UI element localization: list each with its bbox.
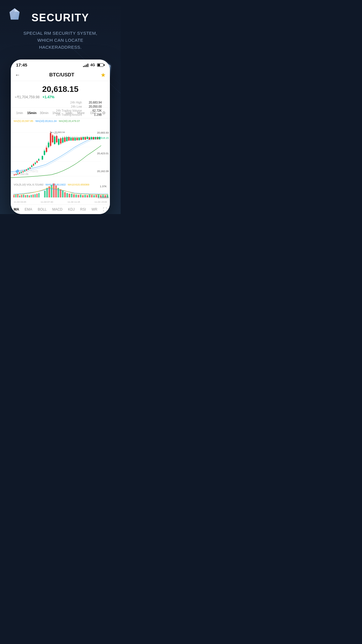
price-section: 20,618.15 ≈₹1,704,759.98 +1.47% 24h High… [11,81,110,107]
svg-rect-106 [13,195,15,197]
trading-pair-title: BTC/USDT [23,72,101,78]
svg-text:20,683.94: 20,683.94 [55,131,65,134]
svg-rect-64 [62,138,64,143]
price-label-current: 20,618.15 [97,136,109,139]
stat-low-label: 24h Low [71,105,82,108]
svg-rect-66 [64,137,66,142]
svg-rect-54 [52,135,53,142]
time-label-2: 11-04 07:30 [41,201,53,203]
svg-rect-94 [93,137,94,139]
tab-rsi[interactable]: RSI [80,207,86,211]
svg-rect-34 [31,165,32,167]
stat-high-row: 24h High 20,683.94 [56,101,102,104]
hero-section: SECURITY SPECIAL RM SECURITY SYSTEM, WHI… [0,0,121,214]
stat-volume-row: 24h Trading Volume 62.72K [56,109,102,112]
signal-bar-4 [87,64,88,67]
svg-rect-96 [95,137,96,139]
svg-rect-92 [91,137,92,139]
time-label-4: 11-04 15:00 [94,201,107,203]
svg-rect-88 [87,137,88,139]
svg-rect-114 [29,195,30,197]
svg-rect-84 [82,137,84,140]
favorite-button[interactable]: ★ [101,71,106,78]
back-button[interactable]: ← [15,72,20,78]
svg-rect-111 [23,195,24,197]
nav-bar: ← BTC/USDT ★ [11,69,110,81]
battery-fill [98,64,100,66]
svg-rect-140 [89,195,90,197]
time-btn-15min[interactable]: 15min [26,110,38,116]
tab-kdj[interactable]: KDJ [68,207,75,211]
svg-rect-129 [64,192,66,197]
svg-rect-132 [71,194,72,197]
svg-rect-116 [33,195,34,197]
tab-ema[interactable]: EMA [25,207,32,211]
svg-rect-117 [34,194,36,197]
price-label-low: 20,162.09 [97,170,109,173]
svg-rect-133 [73,194,75,197]
svg-rect-134 [75,195,77,197]
network-label: 4G [90,63,95,67]
time-label-1: 11-04 03:45 [14,201,26,203]
stat-high-label: 24h High [70,101,82,104]
volume-chart: VOL(5,10) VOL:0.721492 MA5:538.811922 MA… [11,182,110,200]
svg-rect-107 [15,195,16,197]
indicator-tabs: MA EMA BOLL MACD KDJ RSI WR ⛶ [11,204,110,214]
tab-wr[interactable]: WR [92,207,97,211]
stat-amount-row: 24h Trading Amount 1.29B [56,113,102,116]
phone-mockup: 17:45 4G [6,60,115,214]
battery-tip [104,64,105,66]
price-sub-row: ≈₹1,704,759.98 +1.47% [15,95,106,99]
price-label-mid: 20,423.01 [97,152,109,155]
status-icons: 4G [83,63,105,67]
svg-rect-50 [48,143,49,147]
vol-low-label: 0.000000 [98,196,109,199]
time-btn-30min[interactable]: 30min [38,110,50,116]
svg-rect-142 [93,195,95,197]
watermark-price-annotation: 20,162.09 [17,173,28,176]
svg-rect-112 [25,195,26,197]
svg-rect-113 [27,195,28,197]
stat-amount-label: 24h Trading Amount [56,113,82,116]
candlestick-chart[interactable]: 20,683.94 20,683.93 20,618.15 20,423.01 … [11,124,110,182]
expand-chart-icon[interactable]: ⛶ [103,207,107,212]
tab-ma[interactable]: MA [14,207,19,211]
signal-bar-1 [83,66,84,67]
svg-rect-119 [38,193,39,197]
svg-rect-44 [42,156,43,160]
tab-macd[interactable]: MACD [52,207,62,211]
svg-rect-109 [19,195,20,197]
time-label-3: 11-04 11:15 [68,201,80,203]
ma10-indicator: MA(10):20,611.24 [36,120,57,123]
svg-rect-137 [82,195,84,197]
svg-rect-14 [14,174,15,175]
svg-rect-122 [48,186,50,197]
stat-amount-value: 1.29B [84,113,102,116]
svg-rect-127 [60,189,61,197]
svg-rect-56 [54,136,55,144]
stat-volume-label: 24h Trading Volume [56,109,82,112]
svg-rect-135 [78,195,79,197]
signal-bars-icon [83,63,88,67]
svg-rect-78 [76,138,78,140]
tab-boll[interactable]: BOLL [38,207,47,211]
svg-rect-86 [85,137,86,140]
svg-rect-36 [33,164,34,166]
svg-marker-102 [50,132,52,133]
ma30-indicator: MA(30):20,479.07 [59,120,80,123]
svg-rect-46 [44,151,45,155]
svg-rect-32 [29,167,31,169]
price-inr: ≈₹1,704,759.98 [15,95,40,99]
svg-rect-48 [46,148,47,152]
ma-indicator-bar: MA(5):20,597.85 MA(10):20,611.24 MA(30):… [11,118,110,124]
time-btn-1min[interactable]: 1min [14,110,25,116]
svg-rect-123 [51,185,52,197]
svg-rect-60 [58,139,59,145]
vol-right-labels: 1.37K 0.000000 [98,185,109,199]
svg-rect-72 [70,138,72,141]
current-price: 20,618.15 [15,85,106,94]
svg-rect-38 [35,162,36,164]
battery-body [97,63,103,67]
svg-rect-139 [87,195,88,197]
svg-rect-131 [69,194,70,197]
